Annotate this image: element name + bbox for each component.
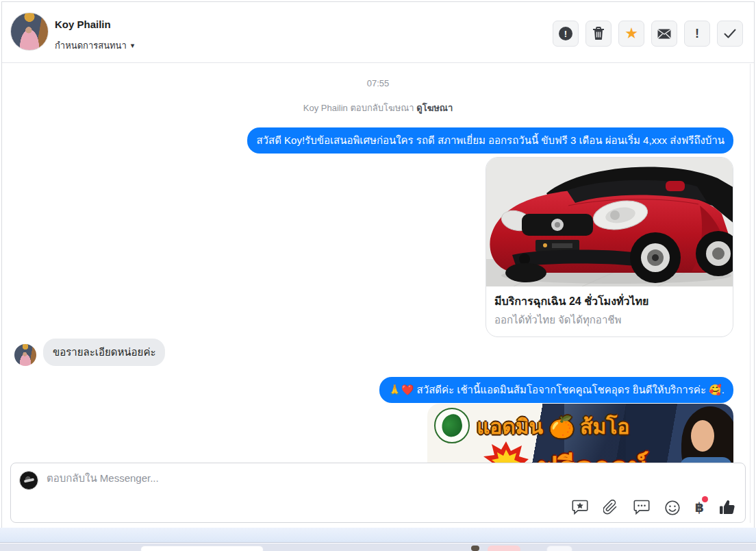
trash-icon xyxy=(592,27,605,40)
notification-dot xyxy=(702,496,708,502)
star-button[interactable]: ★ xyxy=(618,21,644,47)
comment-button[interactable] xyxy=(633,500,650,515)
delete-button[interactable] xyxy=(585,21,612,47)
conversation-panel: Koy Phailin กำหนดการสนทนา ▾ ! ★ xyxy=(1,1,755,528)
bubble-star-icon xyxy=(572,500,588,515)
banner-free-down-text: ฟรีดาวน์ xyxy=(537,443,648,463)
smiley-icon xyxy=(665,500,680,515)
attach-button[interactable] xyxy=(603,500,618,515)
incoming-message-bubble: ขอรายละเอียดหน่อยค่ะ xyxy=(43,339,165,366)
exclamation-icon: ! xyxy=(695,27,699,41)
alert-circle-icon: ! xyxy=(559,27,572,40)
red-car-image xyxy=(486,158,733,286)
background-emoji-fragment xyxy=(471,546,479,551)
baht-icon: ฿ xyxy=(695,500,704,515)
ad-card[interactable]: มีบริการฉุกเฉิน 24 ชั่วโมงทั่วไทย ออกได้… xyxy=(486,157,733,337)
promo-banner-image[interactable]: แอดมิน 🍊 ส้มโอ ฟรีดาวน์ xyxy=(427,404,733,463)
bubble-ellipsis-icon xyxy=(633,500,650,515)
timestamp: 07:55 xyxy=(2,78,754,88)
presenter-shirt-graphic xyxy=(680,457,732,463)
reply-input[interactable] xyxy=(47,472,457,484)
ad-context-line: Koy Phailin ตอบกลับโฆษณา ดูโฆษณา xyxy=(2,101,754,115)
mail-icon xyxy=(657,29,671,39)
paperclip-icon xyxy=(603,500,618,515)
background-white-button-fragment xyxy=(546,546,572,551)
ad-context-text: Koy Phailin ตอบกลับโฆษณา xyxy=(303,103,414,113)
contact-avatar-small xyxy=(14,344,36,366)
incoming-message-row: ขอรายละเอียดหน่อยค่ะ xyxy=(14,339,165,366)
ad-card-title: มีบริการฉุกเฉิน 24 ชั่วโมงทั่วไทย xyxy=(494,293,724,310)
scrollbar[interactable] xyxy=(750,64,751,523)
chevron-down-icon: ▾ xyxy=(131,41,135,50)
like-button[interactable] xyxy=(719,500,735,515)
ad-card-subtitle: ออกได้ทั่วไทย จัดได้ทุกอาชีพ xyxy=(494,312,724,328)
presenter-face-graphic xyxy=(691,420,714,452)
conversation-header: Koy Phailin กำหนดการสนทนา ▾ ! ★ xyxy=(2,2,754,63)
background-band xyxy=(0,528,756,543)
mark-important-button[interactable]: ! xyxy=(684,21,710,47)
schedule-conversation-label: กำหนดการสนทนา xyxy=(55,38,127,53)
ad-card-body: มีบริการฉุกเฉิน 24 ชั่วโมงทั่วไทย ออกได้… xyxy=(486,286,733,336)
payment-button[interactable]: ฿ xyxy=(695,500,704,515)
star-icon: ★ xyxy=(625,26,638,41)
view-ad-link[interactable]: ดูโฆษณา xyxy=(416,103,453,113)
outgoing-message-bubble: สวัสดี Koy!รับข้อเสนอพิเศษก่อนใคร รถดี ส… xyxy=(247,127,733,154)
check-icon xyxy=(724,29,736,38)
message-thread[interactable]: 07:55 Koy Phailin ตอบกลับโฆษณา ดูโฆษณา ส… xyxy=(2,64,754,463)
saved-replies-button[interactable] xyxy=(572,500,588,515)
contact-avatar[interactable] xyxy=(10,12,49,51)
dealer-logo xyxy=(434,408,470,443)
contact-name: Koy Phailin xyxy=(55,19,111,30)
header-action-bar: ! ★ ! xyxy=(553,21,743,47)
mark-unread-button[interactable] xyxy=(651,21,677,47)
report-button[interactable]: ! xyxy=(553,21,579,47)
outgoing-message-bubble-2: 🙏❤️ สวัสดีค่ะ เช้านี้แอดมินส้มโอจากโชคคู… xyxy=(379,377,733,403)
banner-admin-text: แอดมิน 🍊 ส้มโอ xyxy=(477,411,629,443)
thumbs-up-icon xyxy=(719,500,735,515)
background-pink-button-fragment xyxy=(488,546,520,551)
background-toolbar-strip xyxy=(0,543,756,551)
page-avatar xyxy=(19,471,38,490)
emoji-button[interactable] xyxy=(665,500,680,515)
schedule-conversation-dropdown[interactable]: กำหนดการสนทนา ▾ xyxy=(55,38,134,53)
background-input-fragment xyxy=(140,546,264,551)
composer-toolbar: ฿ xyxy=(572,500,735,515)
reply-composer[interactable]: ฿ xyxy=(10,463,746,523)
mark-done-button[interactable] xyxy=(717,21,743,47)
starburst-icon xyxy=(483,441,529,463)
